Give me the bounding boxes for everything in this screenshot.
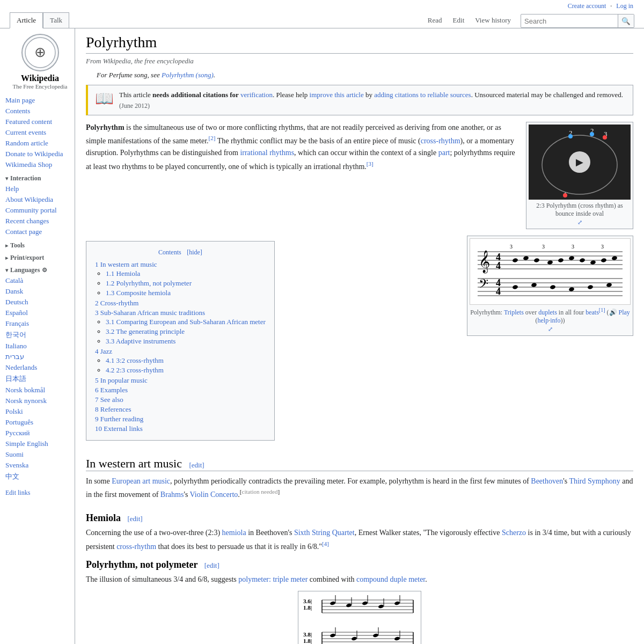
toc-link-4-1[interactable]: 4.1 3:2 cross-rhythm [106,356,164,364]
tab-edit[interactable]: Edit [448,13,470,28]
toc-link-4-2[interactable]: 4.2 2:3 cross-rhythm [106,366,164,374]
hemiola-link[interactable]: hemiola [222,529,246,537]
toc-link-1[interactable]: 1 In western art music [95,260,157,268]
toc-link-8[interactable]: 8 References [95,405,131,413]
tab-article[interactable]: Article [10,12,43,28]
sidebar-lang-polski[interactable]: Polski [5,406,75,417]
toc-link-3[interactable]: 3 Sub-Saharan African music traditions [95,309,205,317]
sidebar-random-article[interactable]: Random article [5,138,75,149]
toc-link-9[interactable]: 9 Further reading [95,415,143,423]
sidebar-lang-korean[interactable]: 한국어 [5,329,75,341]
ref-3[interactable]: [3] [367,160,374,167]
citations-link[interactable]: adding citations to reliable sources [374,91,471,99]
tab-view-history[interactable]: View history [470,13,516,28]
edit-hemiola-link[interactable]: [edit] [128,515,143,523]
triplets-link[interactable]: Triplets [504,309,524,316]
polyrhythm-video[interactable]: 2 2 3 1 ▶ [529,125,631,200]
sidebar-interaction-heading[interactable]: ▾ Interaction [5,174,75,182]
toc-link-2[interactable]: 2 Cross-rhythm [95,299,138,307]
sidebar-current-events[interactable]: Current events [5,127,75,138]
sidebar-donate[interactable]: Donate to Wikipedia [5,149,75,159]
sidebar-lang-italiano[interactable]: Italiano [5,341,75,352]
part-link[interactable]: part [438,149,450,157]
brahms-link[interactable]: Brahms [160,491,184,499]
sidebar-recent-changes[interactable]: Recent changes [5,216,75,226]
sidebar-lang-chinese[interactable]: 中文 [5,471,75,482]
sidebar-contact-page[interactable]: Contact page [5,226,75,237]
help-link[interactable]: help [537,317,548,324]
beats-link[interactable]: beats [586,309,599,316]
duplets-link[interactable]: duplets [538,309,557,316]
verification-link[interactable]: verification [240,91,273,99]
tab-talk[interactable]: Talk [43,12,69,28]
toc-link-7[interactable]: 7 See also [95,396,123,404]
sidebar-featured-content[interactable]: Featured content [5,116,75,127]
toc-link-5[interactable]: 5 In popular music [95,376,148,384]
edit-polymeter-link[interactable]: [edit] [204,561,219,569]
sidebar-wikimedia-shop[interactable]: Wikimedia Shop [5,159,75,170]
cross-rhythm-link-2[interactable]: cross-rhythm [116,542,156,550]
language-settings-icon[interactable]: ⚙ [42,267,47,274]
sidebar-lang-nederlands[interactable]: Nederlands [5,362,75,373]
toc-link-3-2[interactable]: 3.2 The generating principle [106,327,185,335]
compound-duple-link[interactable]: compound duple meter [356,575,425,583]
violin-concerto-link[interactable]: Violin Concerto [190,491,238,499]
sidebar-lang-russian[interactable]: Русский [5,428,75,438]
search-input[interactable] [521,16,618,26]
sidebar-tools-heading[interactable]: ▸ Tools [5,241,75,250]
improve-article-link[interactable]: improve this article [310,91,364,99]
ref-1[interactable]: [1] [599,307,605,313]
sidebar-lang-espanol[interactable]: Español [5,308,75,318]
ref-4[interactable]: [4] [322,540,329,547]
toc-link-3-3[interactable]: 3.3 Adaptive instruments [106,337,175,345]
sidebar-lang-portugues[interactable]: Português [5,417,75,428]
sidebar-lang-suomi[interactable]: Suomi [5,449,75,460]
sixth-string-quartet-link[interactable]: Sixth String Quartet [294,529,355,537]
sidebar-lang-hebrew[interactable]: עברית [5,352,75,362]
sidebar-contents[interactable]: Contents [5,106,75,116]
toc-link-6[interactable]: 6 Examples [95,386,128,394]
toc-hide-button[interactable]: [hide] [187,248,202,256]
info-link[interactable]: info [550,317,560,324]
toc-link-1-1[interactable]: 1.1 Hemiola [106,269,140,277]
sidebar-print-heading[interactable]: ▸ Print/export [5,254,75,262]
ref-2[interactable]: [2] [209,135,216,141]
sidebar-main-page[interactable]: Main page [5,95,75,106]
sidebar-community-portal[interactable]: Community portal [5,205,75,216]
log-in-link[interactable]: Log in [616,2,633,10]
hatnote-link[interactable]: Polyrhythm (song) [162,71,214,79]
scherzo-link[interactable]: Scherzo [502,529,526,537]
toc-link-3-1[interactable]: 3.1 Comparing European and Sub-Saharan A… [106,318,266,326]
enlarge-icon-score[interactable]: ⤢ [548,326,553,332]
cross-rhythm-link-1[interactable]: cross-rhythm [421,137,460,145]
search-button[interactable]: 🔍 [618,14,634,27]
beethoven-link[interactable]: Beethoven [531,477,563,485]
sidebar-lang-simple-english[interactable]: Simple English [5,438,75,449]
tab-read[interactable]: Read [422,13,448,28]
polymeter-link[interactable]: polymeter: triple meter [238,575,308,583]
third-symphony-link[interactable]: Third Symphony [569,477,620,485]
sidebar-lang-dansk[interactable]: Dansk [5,286,75,297]
sidebar-lang-svenska[interactable]: Svenska [5,460,75,471]
sidebar-lang-norsk-nynorsk[interactable]: Norsk nynorsk [5,396,75,406]
sidebar-about-wikipedia[interactable]: About Wikipedia [5,194,75,205]
sidebar-languages-heading[interactable]: ▾ Languages ⚙ [5,266,75,274]
toc-link-1-2[interactable]: 1.2 Polyrhythm, not polymeter [106,279,192,287]
toc-link-10[interactable]: 10 External links [95,425,143,433]
sidebar-help[interactable]: Help [5,184,75,194]
sidebar-lang-francais[interactable]: Français [5,318,75,329]
toc-link-1-3[interactable]: 1.3 Composite hemiola [106,289,171,297]
sidebar-lang-norsk-bokmal[interactable]: Norsk bokmål [5,385,75,396]
create-account-link[interactable]: Create account [568,2,606,10]
european-art-music-link[interactable]: European art music [112,477,170,485]
toc-link-4[interactable]: 4 Jazz [95,347,112,355]
edit-western-link[interactable]: [edit] [189,461,204,469]
play-button[interactable]: ▶ [569,151,590,173]
edit-links[interactable]: Edit links [5,487,75,499]
enlarge-icon[interactable]: ⤢ [577,219,582,225]
irrational-rhythms-link[interactable]: irrational rhythms [240,149,294,157]
sidebar-lang-deutsch[interactable]: Deutsch [5,297,75,308]
sidebar-lang-japanese[interactable]: 日本語 [5,373,75,385]
sidebar-lang-catala[interactable]: Català [5,275,75,286]
play-link[interactable]: Play [619,309,630,316]
